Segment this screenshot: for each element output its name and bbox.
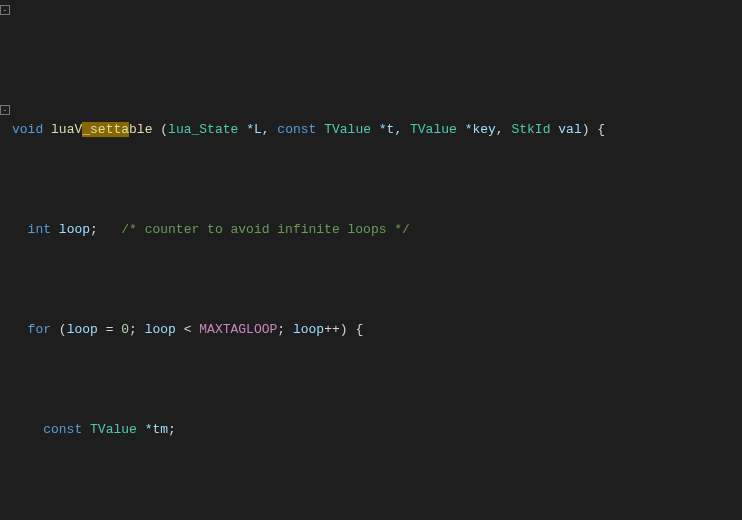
fold-marker[interactable] [0, 105, 10, 115]
type: lua_State [168, 122, 238, 137]
code-editor[interactable]: void luaV_settable (lua_State *L, const … [0, 0, 742, 520]
search-highlight: _setta [82, 122, 129, 137]
macro: MAXTAGLOOP [199, 322, 277, 337]
fold-marker[interactable] [0, 5, 10, 15]
code-line: const TValue *tm; [12, 420, 742, 440]
comment: /* counter to avoid infinite loops */ [121, 222, 410, 237]
code-line: for (loop = 0; loop < MAXTAGLOOP; loop++… [12, 320, 742, 340]
code-line: void luaV_settable (lua_State *L, const … [12, 120, 742, 140]
function-name: luaV_settable [51, 122, 152, 137]
code-line: int loop; /* counter to avoid infinite l… [12, 220, 742, 240]
keyword: void [12, 122, 43, 137]
